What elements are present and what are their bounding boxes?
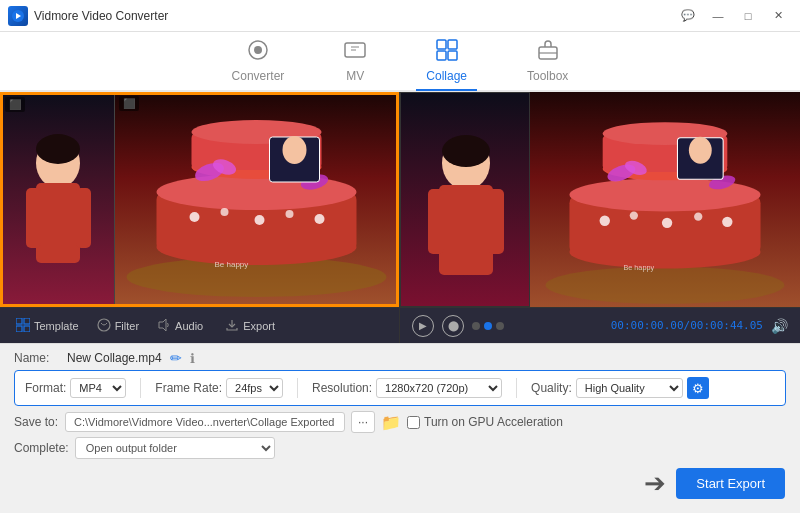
complete-label: Complete: [14,441,69,455]
right-panel: Be happy ▶ ⬤ 00:00:00.00/00:00:44.05 🔊 [400,92,800,343]
right-preview[interactable]: Be happy [400,92,800,307]
frame-rate-select[interactable]: 24fps 30fps 60fps [226,378,283,398]
save-label: Save to: [14,415,59,429]
svg-point-28 [255,215,265,225]
stop-button[interactable]: ⬤ [442,315,464,337]
svg-point-15 [36,134,80,164]
title-left: Vidmore Video Converter [8,6,168,26]
audio-button[interactable]: Audio [149,314,211,338]
gpu-checkbox[interactable] [407,416,420,429]
close-button[interactable]: ✕ [764,6,792,26]
export-button[interactable]: Export [217,314,283,338]
svg-rect-8 [448,51,457,60]
svg-point-26 [190,212,200,222]
template-button[interactable]: Template [8,314,87,338]
svg-rect-39 [16,326,22,332]
resolution-select[interactable]: 1280x720 (720p) 1920x1080 (1080p) 720x48… [376,378,502,398]
svg-rect-5 [437,40,446,49]
quality-select[interactable]: High Quality Medium Quality Low Quality [576,378,683,398]
export-label: Export [243,320,275,332]
main-content: ⬛ [0,92,800,343]
play-button[interactable]: ▶ [412,315,434,337]
nav-collage[interactable]: Collage [416,33,477,91]
dot-2 [484,322,492,330]
start-export-button[interactable]: Start Export [676,468,785,499]
format-group: Format: MP4 AVI MOV MKV [25,378,126,398]
right-controls: ▶ ⬤ 00:00:00.00/00:00:44.05 🔊 [400,307,800,343]
left-video-cell[interactable]: ⬛ [0,92,115,307]
svg-point-58 [600,216,610,226]
maximize-button[interactable]: □ [734,6,762,26]
svg-rect-49 [488,189,504,254]
chat-button[interactable]: 💬 [674,6,702,26]
svg-point-60 [662,218,672,228]
girl-thumbnail [1,93,114,306]
arrow-icon: ➔ [644,468,666,499]
collage-label: Collage [426,69,467,83]
svg-point-62 [722,217,732,227]
minimize-button[interactable]: — [704,6,732,26]
svg-rect-38 [24,318,30,324]
converter-label: Converter [232,69,285,83]
svg-rect-16 [26,188,41,248]
time-display: 00:00:00.00/00:00:44.05 [611,319,763,332]
info-icon[interactable]: ℹ [190,351,195,366]
left-panel: ⬛ [0,92,400,343]
name-row: Name: New Collage.mp4 ✏ ℹ [14,350,786,366]
svg-point-59 [630,211,638,219]
window-controls: 💬 — □ ✕ [674,6,792,26]
mv-icon [344,39,366,66]
svg-point-36 [283,136,307,164]
right-girl-cell [400,92,530,307]
format-select[interactable]: MP4 AVI MOV MKV [70,378,126,398]
toolbox-label: Toolbox [527,69,568,83]
svg-point-29 [286,210,294,218]
playback-controls: ▶ ⬤ [412,315,504,337]
browse-dots-button[interactable]: ··· [351,411,375,433]
frame-rate-group: Frame Rate: 24fps 30fps 60fps [155,378,283,398]
bottom-panel: Name: New Collage.mp4 ✏ ℹ Format: MP4 AV… [0,343,800,513]
svg-point-68 [689,137,712,164]
svg-point-47 [442,135,490,167]
svg-point-30 [315,214,325,224]
right-cake-cell: Be happy [530,92,800,307]
gpu-label[interactable]: Turn on GPU Acceleration [407,415,563,429]
edit-icon[interactable]: ✏ [170,350,182,366]
svg-rect-37 [16,318,22,324]
quality-settings-button[interactable]: ⚙ [687,377,709,399]
svg-text:Be happy: Be happy [215,260,249,269]
progress-dots [472,322,504,330]
nav-mv[interactable]: MV [334,33,376,91]
svg-rect-48 [428,189,444,254]
export-icon [225,318,239,334]
svg-rect-7 [437,51,446,60]
audio-icon [157,318,171,334]
svg-point-51 [546,266,785,303]
save-row: Save to: C:\Vidmore\Vidmore Video...nver… [14,411,786,433]
volume-icon[interactable]: 🔊 [771,318,788,334]
nav-toolbox[interactable]: Toolbox [517,33,578,91]
folder-icon[interactable]: 📁 [381,413,401,432]
dot-3 [496,322,504,330]
complete-select[interactable]: Open output folder Do nothing Shut down [75,437,275,459]
template-icon [16,318,30,334]
template-label: Template [34,320,79,332]
title-bar: Vidmore Video Converter 💬 — □ ✕ [0,0,800,32]
name-label: Name: [14,351,59,365]
dot-1 [472,322,480,330]
svg-point-3 [254,46,262,54]
gpu-text: Turn on GPU Acceleration [424,415,563,429]
mv-label: MV [346,69,364,83]
quality-group: Quality: High Quality Medium Quality Low… [531,377,709,399]
converter-icon [247,39,269,66]
name-value: New Collage.mp4 [67,351,162,365]
svg-rect-46 [439,185,493,275]
resolution-group: Resolution: 1280x720 (720p) 1920x1080 (1… [312,378,502,398]
filter-button[interactable]: Filter [89,314,147,338]
format-label: Format: [25,381,66,395]
nav-converter[interactable]: Converter [222,33,295,91]
export-area: ➔ Start Export [644,468,785,499]
svg-point-61 [694,212,702,220]
right-video-cell[interactable]: Be happy ⬛ [115,92,399,307]
collage-icon [436,39,458,66]
